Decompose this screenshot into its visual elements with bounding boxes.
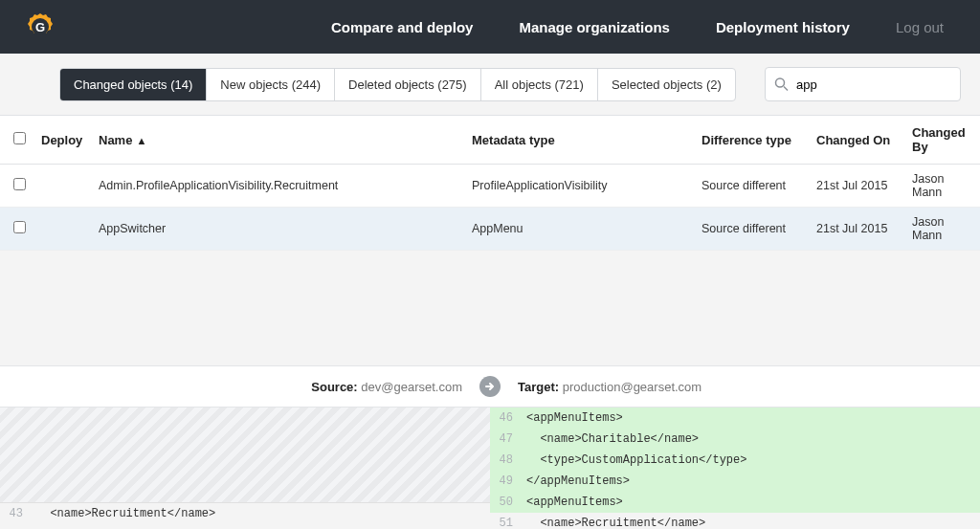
row-checkbox[interactable] [13,178,26,190]
nav-compare-deploy[interactable]: Compare and deploy [308,2,496,53]
col-metadata-type[interactable]: Metadata type [464,116,694,165]
diff-source-pane: 43 <name>Recruitment</name>44 <type>Cust… [0,408,490,529]
objects-table: Deploy Name▲ Metadata type Difference ty… [0,115,980,251]
col-difference-type[interactable]: Difference type [694,116,809,165]
diff-line: 48 <type>CustomApplication</type> [490,450,980,471]
line-text: <name>Recruitment</name> [36,507,215,520]
table-row[interactable]: Admin.ProfileApplicationVisibility.Recru… [0,165,980,208]
cell-meta: ProfileApplicationVisibility [464,165,694,208]
cell-diff: Source different [694,165,809,208]
line-number: 47 [490,432,519,446]
diff-line: 50<appMenuItems> [490,492,980,513]
row-checkbox[interactable] [13,221,26,233]
line-text: </appMenuItems> [526,474,630,488]
collapsed-region[interactable] [0,408,490,503]
line-text: <name>Recruitment</name> [526,517,705,529]
nav-deploy-history[interactable]: Deployment history [693,2,873,53]
source-value: dev@gearset.com [361,380,462,394]
cell-changed-on: 21st Jul 2015 [809,208,904,251]
diff-header: Source: dev@gearset.com Target: producti… [0,365,980,408]
sort-asc-icon: ▲ [136,135,146,146]
line-number: 51 [490,517,519,529]
svg-line-3 [784,87,788,91]
source-label: Source: [311,380,357,394]
svg-text:G: G [35,20,45,34]
line-text: <appMenuItems> [526,411,623,425]
col-name[interactable]: Name▲ [91,116,464,165]
line-text: <name>Charitable</name> [526,432,699,446]
diff-line: 49</appMenuItems> [490,471,980,492]
col-changed-on[interactable]: Changed On [809,116,904,165]
diff-line: 43 <name>Recruitment</name> [0,503,490,524]
nav-manage-orgs[interactable]: Manage organizations [496,2,693,53]
col-changed-by[interactable]: Changed By [904,116,980,165]
line-number: 48 [490,453,519,467]
nav-logout[interactable]: Log out [873,2,967,53]
line-number: 43 [0,507,29,520]
col-deploy[interactable]: Deploy [33,116,91,165]
diff-target-pane: 46<appMenuItems>47 <name>Charitable</nam… [490,408,980,529]
line-number: 49 [490,474,519,488]
line-text: <appMenuItems> [526,496,623,509]
gearset-logo: G [23,10,57,44]
tab-selected-objects[interactable]: Selected objects (2) [598,69,735,100]
cell-name: Admin.ProfileApplicationVisibility.Recru… [91,165,464,208]
cell-name: AppSwitcher [91,208,464,251]
target-value: production@gearset.com [563,380,702,394]
diff-line: 46<appMenuItems> [490,408,980,429]
search-input[interactable] [765,67,961,101]
cell-changed-by: Jason Mann [904,165,980,208]
tab-all-objects[interactable]: All objects (721) [481,69,598,100]
tab-deleted-objects[interactable]: Deleted objects (275) [335,69,481,100]
cell-changed-by: Jason Mann [904,208,980,251]
tab-new-objects[interactable]: New objects (244) [207,69,335,100]
diff-view: 43 <name>Recruitment</name>44 <type>Cust… [0,408,980,529]
filters-bar: Changed objects (14) New objects (244) D… [0,54,980,115]
filter-tabs: Changed objects (14) New objects (244) D… [59,68,736,101]
diff-line: 47 <name>Charitable</name> [490,429,980,450]
search-icon [774,77,789,92]
svg-point-2 [776,78,785,87]
line-number: 50 [490,496,519,509]
cell-diff: Source different [694,208,809,251]
arrow-right-icon [479,376,501,397]
table-row[interactable]: AppSwitcher AppMenu Source different 21s… [0,208,980,251]
tab-changed-objects[interactable]: Changed objects (14) [60,69,207,100]
diff-line: 51 <name>Recruitment</name> [490,513,980,529]
search-wrap [765,67,961,101]
line-number: 46 [490,411,519,425]
diff-line: 44 <type>CustomApplication</type> [0,524,490,529]
select-all-checkbox[interactable] [13,132,26,144]
target-label: Target: [518,380,559,394]
cell-meta: AppMenu [464,208,694,251]
cell-changed-on: 21st Jul 2015 [809,165,904,208]
line-text: <type>CustomApplication</type> [526,453,746,467]
col-name-label: Name [99,133,132,147]
top-nav: G Compare and deploy Manage organization… [0,0,980,54]
